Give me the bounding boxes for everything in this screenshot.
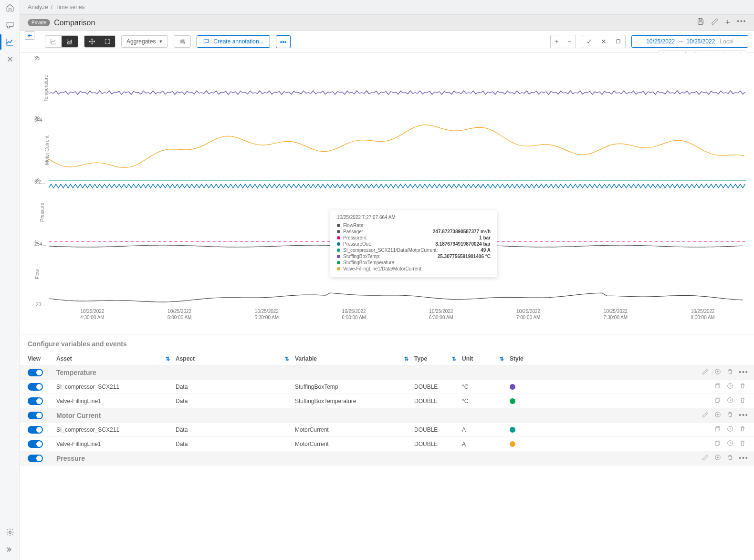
line-chart-button[interactable]	[45, 36, 62, 47]
clock-icon[interactable]	[726, 383, 734, 391]
check-button[interactable]: ✓	[582, 35, 597, 48]
svg-point-2	[9, 531, 11, 534]
tooltip-row: FlowRate:	[337, 223, 491, 228]
delete-icon[interactable]	[726, 368, 734, 376]
view-toggle[interactable]	[28, 383, 43, 391]
svg-rect-13	[716, 399, 719, 403]
y-tick: 3.2...	[34, 179, 45, 185]
filter-icon[interactable]: ⇅	[500, 356, 504, 362]
y-tick: 35	[34, 55, 40, 61]
svg-rect-16	[716, 427, 719, 431]
style-color-dot[interactable]	[510, 441, 515, 447]
home-icon[interactable]	[5, 3, 15, 12]
breadcrumb-timeseries[interactable]: Time series	[55, 4, 85, 10]
settings-button[interactable]	[174, 35, 191, 48]
tooltip-row: PressureIn:1 bar	[337, 235, 491, 240]
delete-icon[interactable]	[726, 454, 734, 462]
edit-icon[interactable]	[702, 411, 709, 419]
copy-icon[interactable]	[714, 397, 722, 405]
add-circle-icon[interactable]	[714, 454, 722, 462]
add-icon[interactable]: +	[725, 18, 731, 28]
edit-icon[interactable]	[702, 368, 709, 376]
tools-icon[interactable]	[5, 54, 15, 64]
row-more-icon[interactable]: •••	[739, 411, 746, 419]
x-tick: 10/25/20226:00:00 AM	[342, 308, 366, 321]
x-tick: 10/25/20224:30:00 AM	[80, 308, 105, 321]
table-row: SI_compressor_SCX211DataMotorCurrentDOUB…	[20, 423, 754, 437]
chart-panel-temperature[interactable]: Temperature3520	[49, 57, 746, 119]
close-button[interactable]: ✕	[597, 35, 611, 48]
aggregates-dropdown[interactable]: Aggregates ▼	[121, 35, 168, 48]
view-toggle[interactable]	[28, 455, 43, 462]
filter-icon[interactable]: ⇅	[166, 356, 170, 362]
row-more-icon[interactable]: •••	[739, 368, 746, 376]
y-axis-label: Temperature	[43, 75, 49, 102]
style-color-dot[interactable]	[510, 398, 515, 404]
left-sidebar	[0, 0, 20, 560]
plus-button[interactable]: +	[551, 35, 563, 48]
view-toggle[interactable]	[28, 426, 43, 434]
filter-icon[interactable]: ⇅	[285, 356, 289, 362]
save-icon[interactable]	[697, 18, 704, 28]
header-aspect: Aspect	[176, 355, 195, 362]
area-chart-button[interactable]	[62, 36, 78, 47]
copy-button[interactable]	[611, 35, 625, 48]
filter-icon[interactable]: ⇅	[404, 356, 408, 362]
filter-icon[interactable]: ⇅	[452, 356, 456, 362]
view-toggle[interactable]	[28, 412, 43, 419]
clock-icon[interactable]	[726, 397, 734, 405]
header-variable: Variable	[295, 355, 317, 362]
collapse-panel-button[interactable]: ⇤	[25, 31, 34, 40]
table-row: Pressure•••	[20, 451, 754, 466]
style-color-dot[interactable]	[510, 427, 515, 433]
table-row: Valve-FillingLine1DataMotorCurrentDOUBLE…	[20, 437, 754, 451]
table-header: View Asset⇅ Aspect⇅ Variable⇅ Type⇅ Unit…	[20, 353, 754, 365]
chart-panel-motor-current[interactable]: Motor Current64449	[49, 119, 746, 181]
row-more-icon[interactable]: •••	[739, 454, 746, 462]
select-button[interactable]	[100, 36, 115, 47]
screen-icon[interactable]	[5, 20, 15, 30]
x-tick: 10/25/20228:00:00 AM	[691, 308, 715, 321]
copy-icon[interactable]	[714, 383, 722, 391]
copy-icon[interactable]	[714, 425, 722, 434]
table-row: SI_compressor_SCX211DataStuffingBoxTempD…	[20, 380, 754, 394]
svg-point-1	[7, 26, 10, 28]
tooltip-row: StuffingBoxTemperature:	[337, 260, 491, 265]
breadcrumb-analyze[interactable]: Analyze	[28, 4, 48, 10]
add-circle-icon[interactable]	[714, 411, 722, 419]
clock-icon[interactable]	[726, 425, 734, 434]
edit-icon[interactable]	[711, 18, 719, 28]
gear-icon[interactable]	[5, 528, 15, 537]
clock-icon[interactable]	[726, 440, 734, 448]
view-toggle[interactable]	[28, 369, 43, 376]
expand-icon[interactable]	[5, 545, 15, 554]
delete-icon[interactable]	[739, 397, 746, 405]
tooltip-row: PressureOut:3.1876794919870024 bar	[337, 241, 491, 247]
delete-icon[interactable]	[726, 411, 734, 419]
tooltip-row: Passage:247.87273890587377 m³/h	[337, 229, 491, 234]
x-tick: 10/25/20227:30:00 AM	[604, 308, 628, 321]
delete-icon[interactable]	[739, 440, 746, 448]
view-toggle[interactable]	[28, 397, 43, 405]
date-range-selector[interactable]: 10/25/2022 → 10/25/2022 Local	[631, 35, 748, 48]
chart-icon[interactable]	[5, 37, 15, 47]
delete-icon[interactable]	[739, 425, 746, 434]
delete-icon[interactable]	[739, 383, 746, 391]
x-tick: 10/25/20225:30:00 AM	[255, 308, 279, 321]
annotation-more-button[interactable]: •••	[276, 35, 291, 48]
zoom-group	[84, 35, 115, 48]
copy-icon[interactable]	[714, 440, 722, 448]
add-circle-icon[interactable]	[714, 368, 722, 376]
create-annotation-button[interactable]: Create annotation...	[197, 35, 270, 48]
x-tick: 10/25/20227:00:00 AM	[516, 308, 541, 321]
header-asset: Asset	[56, 355, 72, 362]
view-toggle[interactable]	[28, 440, 43, 448]
tooltip-row: Valve-FillingLine1/Data/MotorCurrent:	[337, 266, 491, 271]
pan-button[interactable]	[84, 36, 100, 47]
table-row: Motor Current•••	[20, 408, 754, 423]
style-color-dot[interactable]	[510, 384, 515, 390]
more-icon[interactable]: •••	[737, 18, 746, 28]
add-remove-group: + −	[550, 35, 576, 48]
minus-button[interactable]: −	[563, 35, 576, 48]
edit-icon[interactable]	[702, 454, 709, 462]
